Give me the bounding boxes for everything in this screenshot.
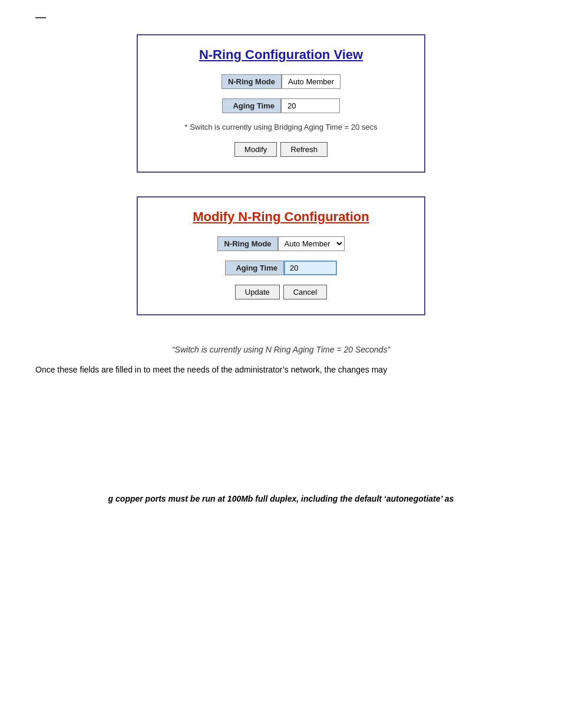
config-view-panel: N-Ring Configuration View N-Ring Mode Au… bbox=[137, 34, 425, 173]
aging-note: * Switch is currently using Bridging Agi… bbox=[156, 123, 406, 131]
aging-time-row: Aging Time 20 bbox=[156, 98, 406, 113]
modify-aging-time-input[interactable] bbox=[284, 261, 337, 275]
nring-mode-row: N-Ring Mode Auto Member bbox=[156, 74, 406, 89]
modify-button-row: Update Cancel bbox=[156, 285, 406, 299]
view-button-row: Modify Refresh bbox=[156, 142, 406, 157]
footer-note: g copper ports must be run at 100Mb full… bbox=[35, 494, 527, 503]
modify-nring-mode-row: N-Ring Mode Auto Member Manager Member bbox=[156, 236, 406, 251]
aging-time-value: 20 bbox=[281, 98, 340, 113]
nring-mode-label: N-Ring Mode bbox=[222, 74, 282, 89]
config-view-title: N-Ring Configuration View bbox=[156, 47, 406, 62]
cancel-button[interactable]: Cancel bbox=[283, 285, 327, 299]
modify-aging-time-row: Aging Time bbox=[156, 261, 406, 275]
body-text: Once these fields are filled in to meet … bbox=[35, 364, 527, 376]
aging-time-label: Aging Time bbox=[222, 98, 281, 113]
modify-config-panel: Modify N-Ring Configuration N-Ring Mode … bbox=[137, 196, 425, 315]
modify-nring-mode-select[interactable]: Auto Member Manager Member bbox=[278, 236, 345, 251]
nring-mode-value: Auto Member bbox=[282, 74, 340, 89]
quote-text: “Switch is currently using N Ring Aging … bbox=[35, 345, 527, 354]
modify-aging-time-label: Aging Time bbox=[225, 261, 284, 275]
minimize-button[interactable]: — bbox=[35, 12, 46, 22]
modify-config-title: Modify N-Ring Configuration bbox=[156, 209, 406, 225]
update-button[interactable]: Update bbox=[235, 285, 280, 299]
refresh-button[interactable]: Refresh bbox=[280, 142, 328, 157]
modify-nring-mode-label: N-Ring Mode bbox=[217, 236, 277, 251]
modify-button[interactable]: Modify bbox=[234, 142, 277, 157]
